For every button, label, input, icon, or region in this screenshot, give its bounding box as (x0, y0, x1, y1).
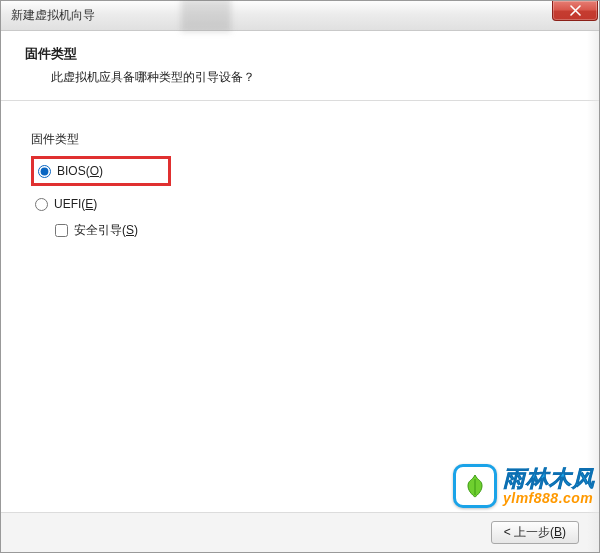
titlebar: 新建虚拟机向导 (1, 1, 599, 31)
page-subtitle: 此虚拟机应具备哪种类型的引导设备？ (25, 69, 579, 86)
body-panel: 固件类型 BIOS(O) UEFI(E) 安全引导(S) (1, 101, 599, 245)
button-bar: < 上一步(B) (1, 512, 599, 552)
radio-uefi-label: UEFI(E) (54, 197, 97, 211)
watermark-url: ylmf888.com (503, 491, 595, 505)
highlight-box: BIOS(O) (31, 156, 171, 186)
watermark: 雨林木风 ylmf888.com (453, 464, 595, 508)
page-title: 固件类型 (25, 45, 579, 63)
window-title: 新建虚拟机向导 (11, 7, 95, 24)
titlebar-background-blur (181, 0, 231, 32)
checkbox-secure-boot-input[interactable] (55, 224, 68, 237)
radio-bios-input[interactable] (38, 165, 51, 178)
checkbox-secure-boot[interactable]: 安全引导(S) (31, 216, 569, 245)
checkbox-secure-boot-label: 安全引导(S) (74, 222, 138, 239)
wizard-window: 新建虚拟机向导 固件类型 此虚拟机应具备哪种类型的引导设备？ 固件类型 BIOS… (0, 0, 600, 553)
firmware-group-label: 固件类型 (31, 131, 569, 148)
header-panel: 固件类型 此虚拟机应具备哪种类型的引导设备？ (1, 31, 599, 101)
watermark-logo-icon (453, 464, 497, 508)
close-icon (570, 5, 581, 16)
close-button[interactable] (552, 1, 598, 21)
radio-bios-label: BIOS(O) (57, 164, 103, 178)
radio-uefi[interactable]: UEFI(E) (31, 192, 569, 216)
content-area: 固件类型 此虚拟机应具备哪种类型的引导设备？ 固件类型 BIOS(O) UEFI… (1, 31, 599, 245)
watermark-text: 雨林木风 ylmf888.com (503, 468, 595, 505)
radio-uefi-input[interactable] (35, 198, 48, 211)
watermark-brand: 雨林木风 (503, 468, 595, 490)
back-button[interactable]: < 上一步(B) (491, 521, 579, 544)
radio-bios[interactable]: BIOS(O) (36, 161, 166, 181)
